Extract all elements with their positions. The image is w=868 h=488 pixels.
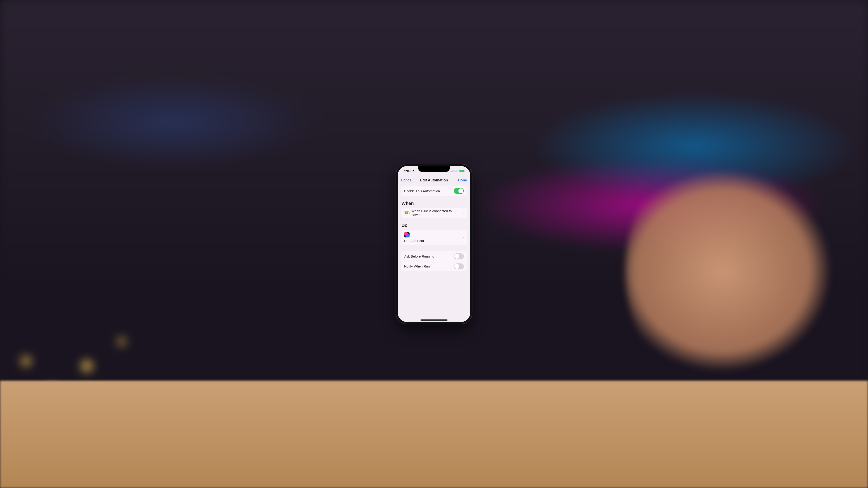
cellular-icon [450,170,454,172]
ask-before-running-row[interactable]: Ask Before Running [401,251,467,261]
iphone-screen: 1:09 [398,166,470,322]
svg-rect-0 [450,171,451,172]
notify-when-run-toggle[interactable] [454,263,464,269]
cancel-button[interactable]: Cancel [401,178,412,182]
do-action-row[interactable]: Run Shortcut › [401,230,467,245]
status-time: 1:09 [404,169,410,173]
notify-when-run-row[interactable]: Notify When Run [401,261,467,271]
do-section-header: Do [401,223,467,228]
enable-automation-group: Enable This Automation [401,186,467,196]
svg-rect-3 [453,170,454,172]
when-condition-text: When Blue is connected to power [411,209,461,217]
power-connected-icon: ⚡ [404,212,409,214]
ask-before-running-toggle[interactable] [454,253,464,259]
chevron-right-icon: › [463,211,464,215]
location-arrow-icon [412,170,414,172]
enable-automation-toggle[interactable] [454,188,464,194]
content-area: Enable This Automation When ⚡ When Blue … [398,184,470,271]
svg-rect-6 [465,170,465,172]
svg-rect-1 [451,171,452,172]
chevron-right-icon: › [463,235,464,239]
when-group: ⚡ When Blue is connected to power › [401,208,467,218]
notify-when-run-label: Notify When Run [404,264,454,268]
enable-automation-row[interactable]: Enable This Automation [401,186,467,196]
enable-automation-label: Enable This Automation [404,189,454,193]
desk-surface [0,381,868,488]
display-notch [418,166,450,172]
home-indicator[interactable] [421,320,447,321]
do-action-label: Run Shortcut [404,239,461,242]
shortcuts-app-icon [404,232,410,237]
when-condition-row[interactable]: ⚡ When Blue is connected to power › [401,208,467,218]
battery-charging-icon [459,170,465,172]
navigation-bar: Cancel Edit Automation Done [398,176,470,184]
done-button[interactable]: Done [458,178,467,182]
svg-rect-2 [452,170,453,172]
do-group: Run Shortcut › [401,230,467,245]
when-section-header: When [401,201,467,206]
iphone-device-frame: 1:09 [396,164,472,324]
run-options-group: Ask Before Running Notify When Run [401,251,467,271]
wifi-icon [455,170,458,172]
ask-before-running-label: Ask Before Running [404,254,454,258]
